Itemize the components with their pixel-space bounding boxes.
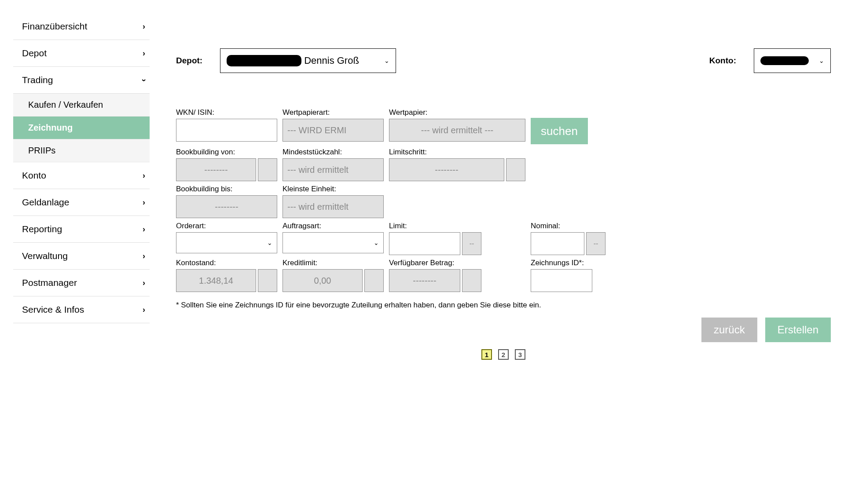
value-text: --- wird ermittelt xyxy=(287,165,349,175)
field-label: Kreditlimit: xyxy=(283,259,384,267)
nav-label: Postmanager xyxy=(22,278,77,288)
field-zeichnungs-id: Zeichnungs ID*: xyxy=(531,259,605,292)
depot-value: Dennis Groß xyxy=(304,55,359,66)
subnav-zeichnung[interactable]: Zeichnung xyxy=(13,117,150,139)
wertpapierart-value: --- WIRD ERMI xyxy=(283,119,384,142)
field-label: Limit: xyxy=(389,222,525,230)
action-bar: zurück Erstellen xyxy=(176,318,831,342)
wertpapier-value: --- wird ermittelt --- xyxy=(389,119,525,142)
field-label: Kleinste Einheit: xyxy=(283,185,384,194)
unit-box xyxy=(364,269,384,292)
field-mindeststueckzahl: Mindeststückzahl: --- wird ermittelt xyxy=(283,148,384,181)
main-content: Depot: Dennis Groß ⌄ Konto: ⌄ WKN/ ISIN: xyxy=(150,13,831,360)
field-label: Auftragsart: xyxy=(283,222,384,230)
sidebar: Finanzübersicht › Depot › Trading › Kauf… xyxy=(13,13,150,360)
erstellen-button[interactable]: Erstellen xyxy=(765,318,831,342)
nav-verwaltung[interactable]: Verwaltung › xyxy=(13,243,150,270)
field-label: WKN/ ISIN: xyxy=(176,108,277,117)
limitschritt-value: -------- xyxy=(389,158,504,181)
button-label: Erstellen xyxy=(778,324,818,336)
nav-label: Service & Infos xyxy=(22,304,84,315)
field-label: Bookbuilding bis: xyxy=(176,185,277,194)
depot-select[interactable]: Dennis Groß ⌄ xyxy=(220,48,396,73)
mindeststueckzahl-value: --- wird ermittelt xyxy=(283,158,384,181)
bookbuilding-von-value: -------- xyxy=(176,158,256,181)
wkn-isin-input[interactable] xyxy=(176,119,277,142)
field-bookbuilding-bis: Bookbuilding bis: -------- xyxy=(176,185,277,218)
chevron-right-icon: › xyxy=(143,198,145,207)
depot-label: Depot: xyxy=(176,56,202,66)
unit-box xyxy=(258,269,277,292)
unit-box xyxy=(506,158,525,181)
field-nominal: Nominal: -- xyxy=(531,222,605,255)
field-label: Kontostand: xyxy=(176,259,277,267)
nav-trading-children: Kaufen / Verkaufen Zeichnung PRIIPs xyxy=(13,94,150,162)
nav-label: Trading xyxy=(22,75,53,85)
pagination: 1 2 3 xyxy=(176,349,831,360)
field-label: Zeichnungs ID*: xyxy=(531,259,605,267)
chevron-right-icon: › xyxy=(143,278,145,288)
kleinste-einheit-value: --- wird ermittelt xyxy=(283,195,384,218)
nav-label: Konto xyxy=(22,170,46,181)
chevron-down-icon: ⌄ xyxy=(819,57,824,64)
value-text: --- wird ermittelt xyxy=(287,202,349,212)
field-label: Orderart: xyxy=(176,222,277,230)
kontostand-value: 1.348,14 xyxy=(176,269,256,292)
field-wertpapier: Wertpapier: --- wird ermittelt --- xyxy=(389,108,525,144)
page-label: 1 xyxy=(485,351,488,358)
nominal-unit: -- xyxy=(586,232,605,255)
value-text: -------- xyxy=(204,165,228,175)
chevron-down-icon: ⌄ xyxy=(374,239,379,246)
field-wertpapierart: Wertpapierart: --- WIRD ERMI xyxy=(283,108,384,144)
nav-service-infos[interactable]: Service & Infos › xyxy=(13,296,150,323)
subnav-priips[interactable]: PRIIPs xyxy=(13,139,150,162)
nav-label: Finanzübersicht xyxy=(22,21,87,32)
kreditlimit-value: 0,00 xyxy=(283,269,363,292)
orderart-select[interactable]: ⌄ xyxy=(176,232,277,253)
chevron-right-icon: › xyxy=(143,252,145,261)
redacted-icon xyxy=(760,56,809,65)
konto-select[interactable]: ⌄ xyxy=(754,48,831,73)
field-limitschritt: Limitschritt: -------- xyxy=(389,148,525,181)
nav-trading[interactable]: Trading › xyxy=(13,67,150,94)
field-label: Nominal: xyxy=(531,222,605,230)
limit-unit: -- xyxy=(462,232,481,255)
page-2[interactable]: 2 xyxy=(498,349,509,360)
chevron-down-icon: › xyxy=(139,79,149,81)
subnav-kaufen-verkaufen[interactable]: Kaufen / Verkaufen xyxy=(13,94,150,117)
nav-konto[interactable]: Konto › xyxy=(13,162,150,189)
chevron-right-icon: › xyxy=(143,225,145,234)
unit-box xyxy=(258,158,277,181)
field-kleinste-einheit: Kleinste Einheit: --- wird ermittelt xyxy=(283,185,384,218)
nominal-input[interactable] xyxy=(531,232,584,255)
value-text: 0,00 xyxy=(314,276,331,286)
nav-postmanager[interactable]: Postmanager › xyxy=(13,270,150,296)
zeichnungs-id-input[interactable] xyxy=(531,269,592,292)
chevron-right-icon: › xyxy=(143,22,145,31)
empty-cell xyxy=(531,185,605,218)
auftragsart-select[interactable]: ⌄ xyxy=(283,232,384,253)
empty-cell xyxy=(531,148,605,181)
nav-finanzuebersicht[interactable]: Finanzübersicht › xyxy=(13,13,150,40)
konto-label: Konto: xyxy=(709,56,736,66)
chevron-right-icon: › xyxy=(143,49,145,58)
field-verfuegbarer-betrag: Verfügbarer Betrag: -------- xyxy=(389,259,525,292)
nav-label: Verwaltung xyxy=(22,251,68,261)
value-text: --- WIRD ERMI xyxy=(287,125,346,135)
page-3[interactable]: 3 xyxy=(515,349,525,360)
subnav-label: Kaufen / Verkaufen xyxy=(28,100,103,110)
page-1[interactable]: 1 xyxy=(481,349,492,360)
field-label: Wertpapier: xyxy=(389,108,525,117)
zurueck-button[interactable]: zurück xyxy=(701,318,757,342)
limit-input[interactable] xyxy=(389,232,460,255)
value-text: --- wird ermittelt --- xyxy=(421,125,493,135)
nav-depot[interactable]: Depot › xyxy=(13,40,150,67)
suchen-button[interactable]: suchen xyxy=(531,118,588,144)
field-wkn-isin: WKN/ ISIN: xyxy=(176,108,277,144)
field-bookbuilding-von: Bookbuilding von: -------- xyxy=(176,148,277,181)
bookbuilding-bis-value: -------- xyxy=(176,195,277,218)
chevron-right-icon: › xyxy=(143,171,145,180)
nav-geldanlage[interactable]: Geldanlage › xyxy=(13,189,150,216)
field-kontostand: Kontostand: 1.348,14 xyxy=(176,259,277,292)
nav-reporting[interactable]: Reporting › xyxy=(13,216,150,243)
